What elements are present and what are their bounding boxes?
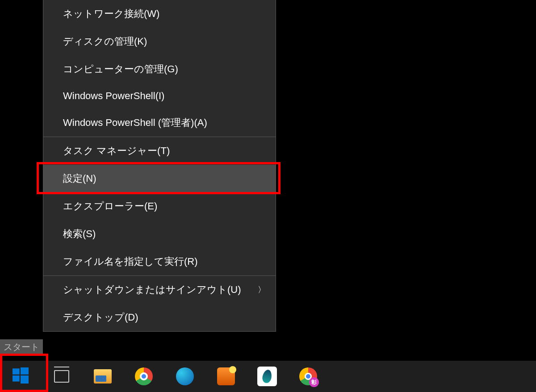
task-view-icon [54,370,69,383]
menu-item-network-connections[interactable]: ネットワーク接続(W) [43,0,276,28]
tooltip-label: スタート [4,342,39,352]
windows-logo-icon [13,367,29,385]
app-icon [217,367,235,385]
taskbar-file-explorer[interactable] [82,361,123,392]
desktop: ネットワーク接続(W) ディスクの管理(K) コンピューターの管理(G) Win… [0,0,536,392]
menu-item-label: デスクトップ(D) [63,311,138,324]
menu-item-label: ディスクの管理(K) [63,35,147,48]
svg-rect-0 [13,368,20,375]
profile-badge: 彰 [309,377,319,387]
svg-rect-1 [21,367,29,375]
menu-item-powershell[interactable]: Windows PowerShell(I) [43,83,276,109]
file-explorer-icon [94,369,112,384]
menu-item-label: 検索(S) [63,227,96,241]
start-context-menu: ネットワーク接続(W) ディスクの管理(K) コンピューターの管理(G) Win… [43,0,276,332]
menu-item-search[interactable]: 検索(S) [43,220,276,248]
taskbar-photoshop[interactable] [247,361,288,392]
menu-item-label: 設定(N) [63,172,96,185]
menu-item-desktop[interactable]: デスクトップ(D) [43,304,276,331]
chrome-profile-icon: 彰 [299,367,317,385]
menu-item-label: コンピューターの管理(G) [63,63,178,76]
menu-item-task-manager[interactable]: タスク マネージャー(T) [43,137,276,165]
menu-item-shutdown-signout[interactable]: シャットダウンまたはサインアウト(U) 〉 [43,276,276,304]
start-tooltip: スタート [0,339,43,355]
feather-app-icon [257,367,277,386]
taskbar-chrome[interactable] [123,361,164,392]
menu-item-powershell-admin[interactable]: Windows PowerShell (管理者)(A) [43,109,276,137]
menu-item-label: Windows PowerShell (管理者)(A) [63,116,207,129]
menu-item-label: ネットワーク接続(W) [63,7,159,21]
menu-item-label: エクスプローラー(E) [63,200,157,213]
chrome-icon [135,367,153,385]
svg-rect-2 [13,375,20,382]
menu-item-label: Windows PowerShell(I) [63,90,164,102]
taskbar-chrome-profile[interactable]: 彰 [288,361,329,392]
taskbar-app-orange[interactable] [205,361,247,392]
menu-item-label: ファイル名を指定して実行(R) [63,255,198,268]
taskbar: 彰 [0,361,536,392]
menu-item-label: タスク マネージャー(T) [63,144,170,158]
menu-item-explorer[interactable]: エクスプローラー(E) [43,192,276,220]
menu-item-settings[interactable]: 設定(N) [43,165,276,192]
menu-item-run[interactable]: ファイル名を指定して実行(R) [43,248,276,275]
svg-rect-3 [21,375,29,384]
edge-icon [176,367,194,385]
taskbar-task-view[interactable] [41,361,82,392]
menu-item-disk-management[interactable]: ディスクの管理(K) [43,28,276,55]
chevron-right-icon: 〉 [258,284,266,295]
menu-item-label: シャットダウンまたはサインアウト(U) [63,283,241,296]
taskbar-edge[interactable] [164,361,205,392]
menu-item-computer-management[interactable]: コンピューターの管理(G) [43,55,276,83]
start-button[interactable] [0,361,41,392]
